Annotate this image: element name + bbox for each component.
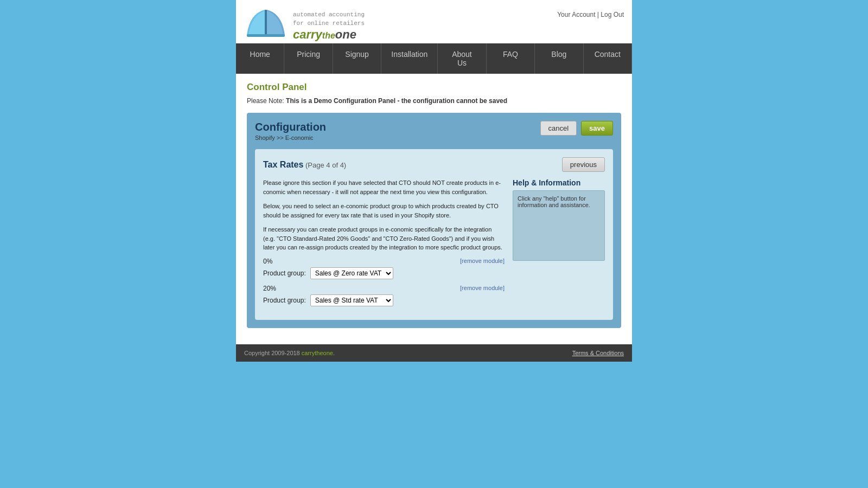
nav-blog[interactable]: Blog: [535, 43, 583, 74]
terms-link[interactable]: Terms & Conditions: [572, 350, 624, 356]
tax-row-20: 20% [remove module] Product group: Sales…: [263, 285, 505, 306]
footer-brand: carrytheone: [302, 350, 333, 356]
tax-rate-20-header: 20% [remove module]: [263, 285, 505, 292]
nav-about[interactable]: About Us: [438, 43, 486, 74]
nav-bar: Home Pricing Signup Installation About U…: [236, 43, 632, 74]
product-group-20-label: Product group:: [263, 297, 306, 304]
logout-link[interactable]: Log Out: [601, 11, 624, 18]
tagline: automated accounting for online retailer…: [293, 11, 365, 28]
product-group-20-row: Product group: Sales @ Zero rate VAT Sal…: [263, 294, 505, 306]
help-title: Help & Information: [513, 178, 605, 187]
config-title: Configuration: [255, 121, 326, 133]
demo-note-bold: This is a Demo Configuration Panel - the…: [286, 97, 507, 105]
tax-rates-page-label: (Page 4 of 4): [305, 161, 346, 169]
config-header: Configuration Shopify >> E-conomic cance…: [255, 121, 613, 141]
content-and-help: Please ignore this section if you have s…: [263, 178, 605, 312]
config-subtitle: Shopify >> E-conomic: [255, 134, 326, 141]
nav-pricing[interactable]: Pricing: [284, 43, 333, 74]
para2: Below, you need to select an e-conomic p…: [263, 202, 505, 220]
config-box: Configuration Shopify >> E-conomic cance…: [247, 113, 621, 328]
save-button[interactable]: save: [581, 121, 613, 136]
remove-module-0[interactable]: [remove module]: [460, 258, 505, 265]
logo-book-icon: [244, 5, 288, 43]
nav-home[interactable]: Home: [236, 43, 284, 74]
nav-faq[interactable]: FAQ: [487, 43, 535, 74]
header: automated accounting for online retailer…: [236, 0, 632, 43]
svg-rect-0: [265, 10, 267, 35]
demo-note: Please Note: This is a Demo Configuratio…: [247, 97, 621, 105]
tax-rate-0-label: 0%: [263, 258, 272, 265]
brand-name: carrytheone: [293, 29, 365, 41]
remove-module-20[interactable]: [remove module]: [460, 285, 505, 292]
para1: Please ignore this section if you have s…: [263, 178, 505, 196]
tax-rate-0-header: 0% [remove module]: [263, 258, 505, 265]
content-main: Please ignore this section if you have s…: [263, 178, 505, 312]
logo-text: automated accounting for online retailer…: [293, 11, 365, 41]
footer-copyright: Copyright 2009-2018 carrytheone.: [244, 350, 335, 356]
config-buttons: cancel save: [540, 121, 614, 136]
config-title-area: Configuration Shopify >> E-conomic: [255, 121, 326, 141]
product-group-0-select[interactable]: Sales @ Zero rate VAT Sales @ Std rate V…: [310, 267, 393, 279]
svg-rect-1: [247, 34, 285, 37]
previous-button[interactable]: previous: [562, 157, 605, 172]
control-panel-title: Control Panel: [247, 82, 621, 93]
tax-rates-title: Tax Rates: [263, 160, 303, 169]
tax-row-0: 0% [remove module] Product group: Sales …: [263, 258, 505, 279]
product-group-20-select[interactable]: Sales @ Zero rate VAT Sales @ Std rate V…: [310, 294, 393, 306]
logo-area: automated accounting for online retailer…: [244, 5, 365, 43]
main-content: Control Panel Please Note: This is a Dem…: [236, 74, 632, 344]
your-account-link[interactable]: Your Account: [557, 11, 595, 18]
inner-box: Tax Rates (Page 4 of 4) previous Please …: [255, 149, 613, 320]
product-group-0-label: Product group:: [263, 269, 306, 277]
tax-rates-title-area: Tax Rates (Page 4 of 4): [263, 160, 346, 170]
help-box: Help & Information Click any "help" butt…: [513, 178, 605, 312]
tax-rate-20-label: 20%: [263, 285, 276, 292]
header-links: Your Account | Log Out: [557, 11, 624, 18]
footer-bar: Copyright 2009-2018 carrytheone. Terms &…: [236, 344, 632, 362]
tax-rates-header: Tax Rates (Page 4 of 4) previous: [263, 157, 605, 172]
demo-note-prefix: Please Note:: [247, 97, 286, 105]
cancel-button[interactable]: cancel: [540, 121, 577, 136]
nav-signup[interactable]: Signup: [333, 43, 381, 74]
product-group-0-row: Product group: Sales @ Zero rate VAT Sal…: [263, 267, 505, 279]
help-content: Click any "help" button for information …: [513, 190, 605, 261]
nav-contact[interactable]: Contact: [584, 43, 632, 74]
para3: If necessary you can create product grou…: [263, 225, 505, 252]
nav-installation[interactable]: Installation: [381, 43, 438, 74]
